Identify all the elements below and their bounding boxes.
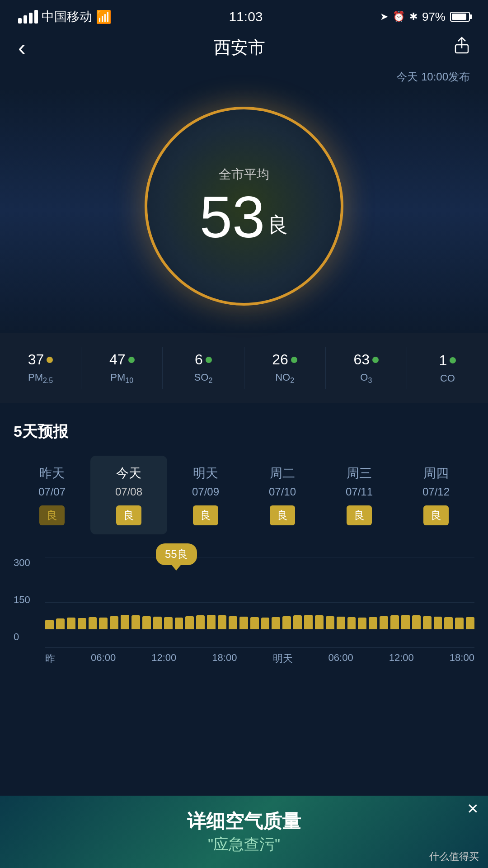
chart-tooltip: 55良 bbox=[156, 543, 197, 565]
bar-item bbox=[315, 615, 324, 629]
quality-badge-yesterday: 良 bbox=[39, 505, 65, 525]
bar-item bbox=[207, 615, 216, 629]
aqi-grade: 良 bbox=[267, 211, 288, 239]
signal-icon bbox=[18, 10, 38, 24]
tooltip-arrow bbox=[172, 565, 181, 571]
bar-item bbox=[423, 616, 432, 629]
co-dot bbox=[450, 357, 456, 363]
bar-item bbox=[185, 616, 194, 629]
no2-value: 26 bbox=[272, 351, 288, 368]
bar-item bbox=[175, 618, 183, 630]
wifi-icon: 📶 bbox=[96, 9, 112, 24]
bar-item bbox=[229, 616, 237, 629]
forecast-day-yesterday[interactable]: 昨天 07/07 良 bbox=[14, 456, 90, 534]
forecast-days: 昨天 07/07 良 今天 07/08 良 明天 07/09 良 周二 07/1… bbox=[14, 456, 474, 534]
ad-title: 详细空气质量 bbox=[187, 809, 301, 834]
no2-dot bbox=[291, 357, 297, 363]
status-right: ➤ ⏰ ✱ 97% bbox=[380, 10, 470, 24]
day-name-thu: 周四 bbox=[423, 465, 449, 482]
status-left: 中国移动 📶 bbox=[18, 8, 112, 25]
bar-item bbox=[401, 615, 410, 629]
bar-item bbox=[67, 618, 75, 630]
x-label-1800: 18:00 bbox=[212, 652, 237, 665]
day-name-wed: 周三 bbox=[347, 465, 372, 482]
bar-item bbox=[56, 618, 65, 629]
x-label-tomorrow: 明天 bbox=[273, 652, 293, 665]
ad-close-button[interactable]: ✕ bbox=[467, 800, 479, 817]
day-date-today: 07/08 bbox=[115, 486, 142, 498]
chart-y-axis: 300 150 0 bbox=[14, 557, 30, 647]
o3-value: 63 bbox=[353, 351, 370, 368]
bar-item bbox=[347, 617, 356, 630]
bar-item bbox=[110, 616, 118, 629]
divider-bottom bbox=[45, 647, 474, 648]
chart-x-labels: 昨 06:00 12:00 18:00 明天 06:00 12:00 18:00 bbox=[45, 647, 474, 665]
status-bar: 中国移动 📶 11:03 ➤ ⏰ ✱ 97% bbox=[0, 0, 488, 30]
bar-item bbox=[466, 617, 474, 630]
bar-item bbox=[45, 620, 54, 629]
forecast-day-today[interactable]: 今天 07/08 良 bbox=[90, 456, 167, 534]
forecast-section: 5天预报 昨天 07/07 良 今天 07/08 良 明天 07/09 良 周二… bbox=[0, 403, 488, 543]
aqi-value-row: 53 良 bbox=[200, 188, 289, 246]
pollutant-co: 1 CO bbox=[407, 348, 488, 389]
bar-item bbox=[358, 618, 366, 630]
aqi-circle: 全市平均 53 良 bbox=[145, 107, 343, 306]
time-label: 11:03 bbox=[229, 9, 263, 24]
pollutant-pm25: 37 PM2.5 bbox=[0, 347, 81, 389]
forecast-day-thu[interactable]: 周四 07/12 良 bbox=[398, 456, 474, 534]
share-button[interactable] bbox=[454, 37, 470, 59]
bar-item bbox=[380, 616, 388, 629]
pollutants-section: 37 PM2.5 47 PM10 6 SO2 26 NO2 bbox=[0, 333, 488, 403]
pm10-dot bbox=[128, 357, 135, 363]
bar-item bbox=[153, 617, 162, 629]
bar-item bbox=[390, 615, 399, 629]
day-date-tomorrow: 07/09 bbox=[192, 486, 219, 498]
carrier-label: 中国移动 bbox=[42, 8, 92, 25]
x-label-1800-2: 18:00 bbox=[450, 652, 474, 665]
page-title: 西安市 bbox=[214, 36, 265, 59]
y-label-300: 300 bbox=[14, 557, 30, 569]
x-label-0600: 06:00 bbox=[91, 652, 116, 665]
bar-item bbox=[142, 616, 151, 629]
forecast-day-tue[interactable]: 周二 07/10 良 bbox=[244, 456, 321, 534]
alarm-icon: ⏰ bbox=[393, 11, 405, 23]
y-label-0: 0 bbox=[14, 631, 30, 643]
bar-item bbox=[78, 618, 86, 630]
co-value: 1 bbox=[439, 352, 447, 369]
day-name-yesterday: 昨天 bbox=[39, 465, 65, 482]
bar-item bbox=[131, 615, 140, 629]
pollutant-so2: 6 SO2 bbox=[163, 347, 244, 389]
no2-name: NO2 bbox=[275, 372, 294, 385]
bar-item bbox=[337, 617, 345, 629]
bluetooth-icon: ✱ bbox=[409, 11, 418, 23]
bar-item bbox=[261, 618, 270, 630]
bar-item bbox=[412, 615, 421, 629]
so2-name: SO2 bbox=[194, 372, 213, 385]
back-button[interactable]: ‹ bbox=[18, 34, 26, 61]
x-label-0600-2: 06:00 bbox=[328, 652, 353, 665]
bars-wrapper bbox=[45, 557, 474, 629]
quality-badge-tue: 良 bbox=[270, 505, 295, 525]
x-label-1200-2: 12:00 bbox=[389, 652, 414, 665]
forecast-day-wed[interactable]: 周三 07/11 良 bbox=[321, 456, 398, 534]
so2-dot bbox=[206, 357, 212, 363]
so2-value: 6 bbox=[195, 351, 203, 368]
day-date-yesterday: 07/07 bbox=[38, 486, 66, 498]
quality-badge-thu: 良 bbox=[423, 505, 449, 525]
bar-item bbox=[293, 615, 302, 629]
pm10-name: PM10 bbox=[110, 372, 133, 385]
bar-item bbox=[282, 616, 291, 629]
x-label-yesterday: 昨 bbox=[45, 652, 55, 665]
ad-banner: ✕ 详细空气质量 "应急查污" 什么值得买 bbox=[0, 796, 488, 868]
pollutant-o3: 63 O3 bbox=[326, 347, 407, 389]
day-date-thu: 07/12 bbox=[422, 486, 450, 498]
bar-item bbox=[369, 617, 377, 630]
ad-logo-label: 什么值得买 bbox=[429, 850, 479, 863]
aqi-label: 全市平均 bbox=[219, 166, 269, 183]
divider-top bbox=[45, 557, 474, 557]
pollutants-row: 37 PM2.5 47 PM10 6 SO2 26 NO2 bbox=[0, 347, 488, 389]
bar-item bbox=[164, 617, 173, 630]
quality-badge-wed: 良 bbox=[347, 505, 372, 525]
bar-item bbox=[99, 618, 108, 630]
forecast-day-tomorrow[interactable]: 明天 07/09 良 bbox=[167, 456, 244, 534]
